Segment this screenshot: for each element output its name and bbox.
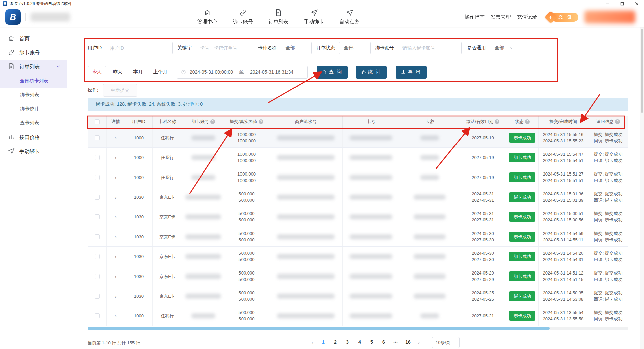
row-checkbox[interactable] bbox=[95, 254, 100, 259]
help-icon[interactable]: ? bbox=[210, 119, 215, 124]
row-checkbox[interactable] bbox=[95, 294, 100, 299]
row-checkbox[interactable] bbox=[95, 274, 100, 279]
stats-button[interactable]: 统 计 bbox=[356, 66, 387, 79]
sidebar-item-home[interactable]: 首页 bbox=[0, 32, 67, 46]
card-no-cell bbox=[343, 167, 399, 187]
vertical-scrollbar-thumb[interactable] bbox=[641, 29, 643, 113]
card-pw-cell bbox=[399, 266, 460, 286]
sidebar-subitem-all-bind-list[interactable]: 全部绑卡列表 bbox=[0, 74, 67, 88]
date-range-picker[interactable]: 2024-05-31 00:00:00 至 2024-05-31 16:31:3… bbox=[177, 66, 308, 79]
card-type-select[interactable]: 全部 bbox=[281, 42, 312, 54]
nav-item-order-list[interactable]: 订单列表 bbox=[268, 7, 288, 27]
download-icon bbox=[401, 70, 406, 75]
search-button[interactable]: 查 询 bbox=[317, 66, 348, 79]
card-type-cell: 京东E卡 bbox=[153, 247, 182, 266]
page-button[interactable]: 5 bbox=[367, 337, 376, 347]
expand-row-icon[interactable]: › bbox=[115, 174, 117, 181]
blurred-card-pw bbox=[414, 274, 446, 279]
app-icon: B bbox=[3, 1, 7, 6]
close-button[interactable] bbox=[629, 0, 644, 7]
link-operation-guide[interactable]: 操作指南 bbox=[465, 14, 485, 20]
expand-row-icon[interactable]: › bbox=[115, 273, 117, 280]
page-button[interactable]: 3 bbox=[343, 337, 352, 347]
activation-date-cell: 2024-05-252027-05-25 bbox=[460, 286, 506, 306]
row-checkbox[interactable] bbox=[95, 214, 100, 219]
sidebar-item-order-list[interactable]: 订单列表 bbox=[0, 60, 67, 74]
recharge-button[interactable]: 充 值 bbox=[546, 13, 578, 22]
expand-row-icon[interactable]: › bbox=[115, 194, 117, 200]
blurred-bind-account bbox=[185, 294, 221, 299]
maximize-button[interactable] bbox=[614, 0, 629, 7]
brand-logo: B bbox=[5, 9, 21, 25]
page-button[interactable]: 16 bbox=[403, 337, 413, 347]
bind-account-input[interactable] bbox=[398, 42, 462, 54]
expand-row-icon[interactable]: › bbox=[115, 293, 117, 299]
help-icon[interactable]: ? bbox=[525, 119, 530, 124]
range-today-button[interactable]: 今天 bbox=[88, 66, 106, 78]
universal-select[interactable]: 全部 bbox=[490, 42, 517, 54]
expand-row-icon[interactable]: › bbox=[115, 313, 117, 319]
minimize-button[interactable] bbox=[600, 0, 614, 7]
link-invoice-management[interactable]: 发票管理 bbox=[491, 14, 511, 20]
nav-item-manual-bind[interactable]: 手动绑卡 bbox=[304, 7, 324, 27]
order-status-label: 订单状态: bbox=[316, 45, 336, 51]
card-no-cell bbox=[343, 187, 399, 207]
sidebar-subitem-bind-list[interactable]: 绑卡列表 bbox=[0, 88, 67, 102]
sidebar-item-bind-accounts[interactable]: 绑卡账号 bbox=[0, 46, 67, 60]
submit-complete-time-cell: 2024-05-31 15:51:272024-05-31 15:51:51 bbox=[539, 167, 588, 187]
horizontal-scrollbar-thumb[interactable] bbox=[88, 327, 550, 330]
sidebar-item-label: 订单列表 bbox=[19, 64, 40, 70]
blurred-balance-button[interactable] bbox=[584, 11, 635, 23]
page-button[interactable]: 1 bbox=[319, 337, 328, 347]
blurred-card-pw bbox=[414, 254, 446, 259]
sidebar-item-label: 首页 bbox=[19, 36, 30, 42]
row-checkbox[interactable] bbox=[95, 175, 100, 180]
row-checkbox[interactable] bbox=[95, 234, 100, 239]
range-last-month-button[interactable]: 上个月 bbox=[150, 66, 171, 78]
help-icon[interactable]: ? bbox=[259, 119, 263, 124]
nav-item-auto-tasks[interactable]: 自动任务 bbox=[339, 7, 360, 27]
nav-item-management-center[interactable]: 管理中心 bbox=[197, 7, 217, 27]
resubmit-button[interactable]: 重新提交 bbox=[103, 84, 137, 97]
next-page-button[interactable]: › bbox=[415, 337, 422, 347]
row-checkbox[interactable] bbox=[95, 195, 100, 200]
keyword-input[interactable] bbox=[196, 42, 253, 54]
range-yesterday-button[interactable]: 昨天 bbox=[110, 66, 126, 78]
status-badge: 绑卡成功 bbox=[509, 252, 535, 261]
order-status-select[interactable]: 全部 bbox=[339, 42, 371, 54]
prev-page-button[interactable]: ‹ bbox=[309, 337, 316, 347]
export-button[interactable]: 导 出 bbox=[396, 66, 427, 79]
sidebar-item-manual-bind[interactable]: 手动绑卡 bbox=[0, 144, 67, 158]
page-button[interactable]: 2 bbox=[331, 337, 340, 347]
pages-ellipsis[interactable]: ••• bbox=[391, 337, 400, 347]
user-id-input[interactable] bbox=[106, 42, 173, 54]
blurred-bind-account bbox=[185, 274, 221, 279]
page-size-select[interactable]: 10条/页 bbox=[432, 337, 460, 348]
range-this-month-button[interactable]: 本月 bbox=[130, 66, 146, 78]
page-button[interactable]: 4 bbox=[355, 337, 364, 347]
blurred-card-no bbox=[350, 195, 392, 200]
sidebar-subitem-bind-stats[interactable]: 绑卡统计 bbox=[0, 102, 67, 116]
expand-row-icon[interactable]: › bbox=[115, 135, 117, 141]
nav-item-bind-accounts[interactable]: 绑卡账号 bbox=[233, 7, 253, 27]
sidebar-item-api-prices[interactable]: 接口价格 bbox=[0, 130, 67, 144]
help-icon[interactable]: ? bbox=[495, 119, 499, 124]
card-pw-cell bbox=[399, 227, 460, 246]
help-icon[interactable]: ? bbox=[615, 119, 620, 124]
horizontal-scrollbar[interactable] bbox=[88, 327, 628, 330]
vertical-scrollbar[interactable] bbox=[640, 27, 644, 349]
expand-row-icon[interactable]: › bbox=[115, 253, 117, 260]
expand-row-icon[interactable]: › bbox=[115, 214, 117, 220]
status-badge: 绑卡成功 bbox=[509, 192, 535, 202]
page-button[interactable]: 6 bbox=[379, 337, 388, 347]
row-checkbox[interactable] bbox=[95, 313, 100, 318]
expand-row-icon[interactable]: › bbox=[115, 154, 117, 161]
blurred-card-pw bbox=[420, 313, 439, 318]
sidebar-subitem-card-query-list[interactable]: 查卡列表 bbox=[0, 116, 67, 130]
row-checkbox[interactable] bbox=[95, 155, 100, 160]
card-pw-cell bbox=[399, 286, 460, 306]
link-recharge-records[interactable]: 充值记录 bbox=[517, 14, 537, 20]
select-all-checkbox[interactable] bbox=[95, 119, 100, 124]
expand-row-icon[interactable]: › bbox=[115, 234, 117, 240]
row-checkbox[interactable] bbox=[95, 135, 100, 140]
